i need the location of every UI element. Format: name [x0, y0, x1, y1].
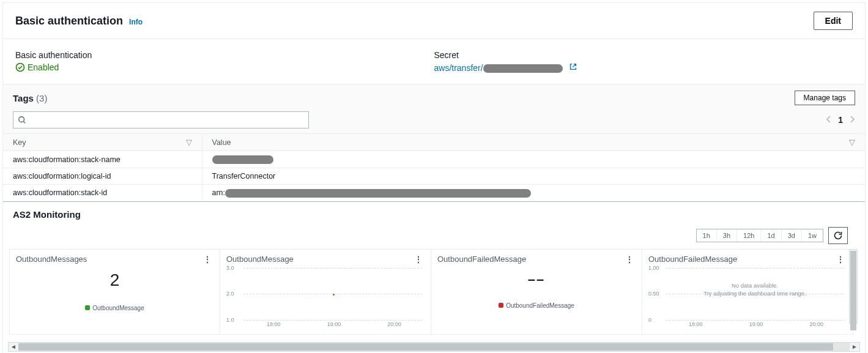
tags-count: (3) — [36, 93, 47, 103]
no-data-message: No data available.Try adjusting the dash… — [666, 281, 844, 298]
chart-menu-icon[interactable]: ⋮ — [412, 255, 425, 264]
y-tick-label: 0 — [648, 317, 651, 323]
data-point — [333, 294, 335, 295]
tags-section: Tags (3) Manage tags 1 — [3, 84, 865, 201]
legend-dot-icon — [85, 305, 90, 310]
sort-icon: ▽ — [849, 138, 855, 147]
chart-menu-icon[interactable]: ⋮ — [623, 255, 636, 264]
charts-row: OutboundMessages⋮2OutboundMessageOutboun… — [9, 249, 859, 335]
pager-current: 1 — [838, 115, 843, 125]
table-row: aws:cloudformation:stack-name — [3, 151, 865, 168]
tag-key-cell: aws:cloudformation:logical-id — [3, 168, 202, 185]
auth-status: Enabled — [15, 62, 434, 72]
sort-icon: ▽ — [186, 138, 192, 147]
vertical-scrollbar[interactable] — [849, 249, 858, 324]
scroll-left-arrow[interactable]: ◄ — [9, 343, 18, 350]
chevron-left-icon — [826, 116, 832, 123]
search-icon — [18, 116, 26, 124]
chart-title: OutboundFailedMessage — [437, 255, 526, 264]
tag-key-cell: aws:cloudformation:stack-name — [3, 151, 202, 168]
table-row: aws:cloudformation:stack-idarn: — [3, 185, 865, 201]
y-tick-label: 2.0 — [226, 291, 234, 297]
chart-card: OutboundFailedMessage⋮––OutboundFailedMe… — [431, 249, 642, 335]
redacted-value — [212, 155, 273, 164]
tag-key-cell: aws:cloudformation:stack-id — [3, 185, 202, 201]
redacted-value — [225, 189, 531, 198]
redacted-value — [483, 64, 563, 73]
x-tick-label: 18:00 — [267, 321, 281, 327]
chart-card: OutboundMessage⋮3.02.01.018:0019:0020:00 — [220, 249, 431, 335]
chevron-right-icon — [849, 116, 855, 123]
chart-title: OutboundMessages — [16, 255, 87, 264]
secret-link-prefix: aws/transfer/ — [434, 63, 483, 73]
time-range-group: 1h3h12h1d3d1w — [696, 229, 823, 242]
time-range-3h[interactable]: 3h — [717, 229, 737, 242]
horizontal-scrollbar[interactable]: ◄ ► — [8, 342, 860, 352]
chart-title: OutboundFailedMessage — [648, 255, 737, 264]
tags-search — [13, 111, 309, 128]
tags-table: Key ▽ Value ▽ aws:cloudformation:stack-n… — [3, 133, 865, 201]
time-range-12h[interactable]: 12h — [737, 229, 761, 242]
chart-title: OutboundMessage — [226, 255, 294, 264]
auth-panel-header: Basic authentication Info Edit — [3, 3, 865, 39]
tag-value-cell — [202, 151, 865, 168]
tags-title: Tags (3) — [13, 93, 47, 103]
col-value-label: Value — [212, 138, 231, 147]
pager-next[interactable] — [849, 115, 855, 125]
chart-legend: OutboundMessage — [16, 305, 213, 311]
x-tick-label: 19:00 — [749, 321, 763, 327]
legend-label: OutboundMessage — [92, 305, 144, 311]
auth-field-label: Basic authentication — [15, 50, 434, 60]
y-tick-label: 1.00 — [648, 265, 659, 271]
external-link-icon — [569, 62, 577, 71]
auth-panel-title: Basic authentication — [15, 15, 123, 28]
legend-label: OutboundFailedMessage — [506, 302, 574, 309]
auth-panel-body: Basic authentication Enabled Secret aws/… — [3, 39, 865, 84]
y-tick-label: 3.0 — [226, 265, 234, 271]
time-range-1h[interactable]: 1h — [697, 229, 717, 242]
x-axis-labels: 18:0019:0020:00 — [243, 321, 425, 327]
table-row: aws:cloudformation:logical-idTransferCon… — [3, 168, 865, 185]
col-key-label: Key — [13, 138, 26, 147]
monitoring-title: AS2 Monitoring — [3, 202, 865, 227]
chart-menu-icon[interactable]: ⋮ — [201, 255, 213, 264]
tags-title-text: Tags — [13, 93, 34, 103]
x-tick-label: 19:00 — [327, 321, 341, 327]
mini-chart: 3.02.01.0 — [243, 268, 422, 320]
refresh-button[interactable] — [828, 227, 848, 244]
tags-pager: 1 — [826, 115, 855, 125]
auth-status-text: Enabled — [28, 62, 59, 72]
x-tick-label: 20:00 — [387, 321, 401, 327]
chart-menu-icon[interactable]: ⋮ — [834, 255, 847, 264]
x-axis-labels: 18:0019:0020:00 — [666, 321, 847, 327]
tag-value-cell: TransferConnector — [202, 168, 865, 185]
chart-legend: OutboundFailedMessage — [437, 302, 636, 309]
scroll-right-arrow[interactable]: ► — [850, 343, 859, 350]
secret-link[interactable]: aws/transfer/ — [434, 63, 577, 73]
chart-card: OutboundMessages⋮2OutboundMessage — [9, 249, 220, 335]
manage-tags-button[interactable]: Manage tags — [795, 91, 855, 105]
chart-card: OutboundFailedMessage⋮1.000.500No data a… — [642, 249, 853, 335]
info-link[interactable]: Info — [129, 18, 143, 26]
col-key[interactable]: Key ▽ — [3, 134, 202, 151]
tag-value-cell: arn: — [202, 185, 865, 201]
y-tick-label: 1.0 — [226, 317, 234, 323]
time-range-1d[interactable]: 1d — [761, 229, 781, 242]
time-range-1w[interactable]: 1w — [802, 229, 823, 242]
chart-value: 2 — [16, 270, 213, 290]
pager-prev[interactable] — [826, 115, 832, 125]
chart-value: –– — [437, 272, 636, 288]
x-tick-label: 20:00 — [809, 321, 823, 327]
mini-chart: 1.000.500No data available.Try adjusting… — [666, 268, 844, 320]
monitoring-section: AS2 Monitoring 1h3h12h1d3d1w OutboundMes… — [3, 201, 865, 352]
y-tick-label: 0.50 — [648, 291, 659, 297]
check-circle-icon — [15, 62, 25, 72]
legend-dot-icon — [499, 303, 503, 308]
svg-point-1 — [19, 117, 24, 122]
secret-field-label: Secret — [434, 50, 853, 60]
refresh-icon — [833, 231, 843, 240]
edit-button[interactable]: Edit — [814, 12, 853, 30]
tags-search-input[interactable] — [13, 111, 309, 128]
col-value[interactable]: Value ▽ — [202, 134, 865, 151]
time-range-3d[interactable]: 3d — [782, 229, 802, 242]
